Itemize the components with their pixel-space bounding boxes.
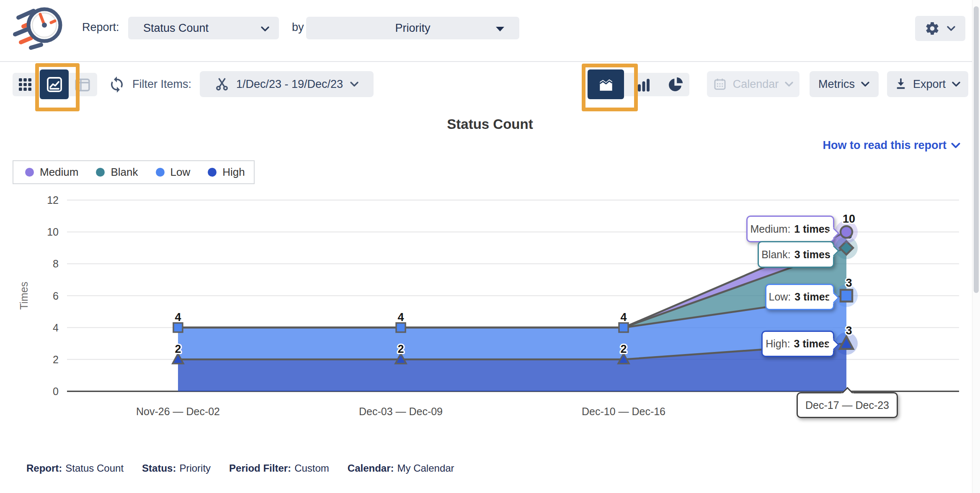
summary-calendar: Calendar:My Calendar (348, 462, 454, 474)
tooltip-series-label: Medium: (750, 223, 790, 235)
tooltip-low: Low: 3 times (765, 284, 834, 310)
tooltip-medium: Medium: 1 times (746, 216, 834, 242)
tooltip-series-value: 3 times (794, 291, 830, 303)
svg-text:10: 10 (47, 226, 59, 238)
tooltip-category-label: Dec-17 — Dec-23 (805, 399, 889, 411)
svg-text:4: 4 (397, 311, 404, 324)
svg-text:4: 4 (620, 311, 627, 324)
summary-report: Report:Status Count (26, 462, 124, 474)
tooltip-series-label: Low: (769, 291, 791, 303)
svg-text:2: 2 (620, 343, 627, 355)
tooltip-series-label: Blank: (761, 249, 790, 261)
svg-text:2: 2 (175, 343, 181, 355)
svg-text:12: 12 (47, 194, 59, 206)
tooltip-category: Dec-17 — Dec-23 (797, 392, 898, 418)
scrollbar-thumb[interactable] (974, 6, 979, 293)
tooltip-blank: Blank: 3 times (758, 241, 834, 268)
summary-status: Status:Priority (142, 462, 211, 474)
svg-text:4: 4 (175, 311, 181, 324)
svg-text:Nov-26 — Dec-02: Nov-26 — Dec-02 (136, 406, 220, 417)
svg-text:6: 6 (53, 290, 59, 302)
report-summary-bar: Report:Status Count Status:Priority Peri… (26, 462, 454, 474)
svg-text:8: 8 (53, 258, 59, 270)
report-app: Report: Status Count by Priority (0, 0, 980, 493)
tooltip-series-value: 3 times (794, 249, 830, 261)
svg-text:Dec-10 — Dec-16: Dec-10 — Dec-16 (582, 406, 665, 417)
svg-text:3: 3 (846, 277, 852, 289)
svg-text:10: 10 (843, 213, 855, 225)
tooltip-series-value: 3 times (794, 338, 830, 350)
svg-text:2: 2 (397, 343, 404, 355)
svg-text:3: 3 (846, 324, 852, 337)
svg-text:0: 0 (53, 385, 59, 397)
summary-period-filter: Period Filter:Custom (229, 462, 329, 474)
tooltip-series-label: High: (766, 338, 790, 350)
svg-text:4: 4 (53, 322, 59, 334)
tooltip-high: High: 3 times (761, 331, 834, 357)
svg-text:Times: Times (18, 282, 30, 310)
svg-text:2: 2 (53, 354, 59, 365)
svg-text:Dec-03 — Dec-09: Dec-03 — Dec-09 (359, 406, 443, 417)
tooltip-series-value: 1 times (794, 223, 830, 235)
